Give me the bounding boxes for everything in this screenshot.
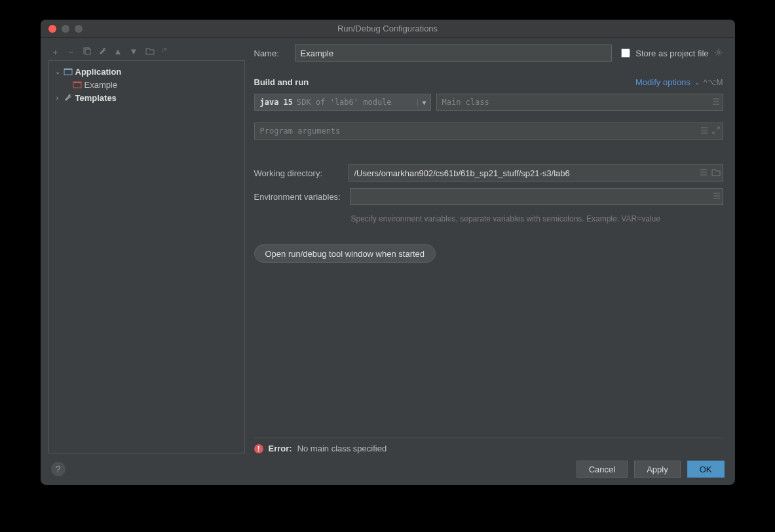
error-prefix: Error:	[269, 444, 292, 453]
modify-options-link[interactable]: Modify options ⌄ ^⌥M	[635, 77, 723, 87]
name-row: Name: Store as project file	[254, 45, 723, 62]
sidebar-toolbar: ＋ － ▲ ▼ ↓ª	[48, 45, 245, 60]
apply-button[interactable]: Apply	[634, 461, 681, 478]
svg-point-6	[717, 51, 720, 54]
chevron-down-icon[interactable]: ⌄	[54, 68, 61, 75]
window-title: Run/Debug Configurations	[41, 24, 735, 33]
wrench-icon	[64, 93, 73, 102]
section-title: Build and run	[254, 77, 309, 87]
build-run-header: Build and run Modify options ⌄ ^⌥M	[254, 77, 723, 87]
cancel-button[interactable]: Cancel	[577, 461, 628, 478]
store-checkbox[interactable]: Store as project file	[621, 48, 708, 58]
remove-icon[interactable]: －	[67, 47, 76, 56]
folder-icon[interactable]	[711, 168, 721, 178]
program-args-input[interactable]: Program arguments	[254, 123, 723, 140]
name-input[interactable]	[295, 45, 613, 62]
ok-button[interactable]: OK	[687, 461, 725, 478]
jdk-module: SDK of 'lab6' module	[297, 98, 392, 107]
main-panel: Name: Store as project file Build and ru…	[254, 45, 727, 453]
name-label: Name:	[254, 48, 286, 58]
folder-icon[interactable]	[145, 47, 155, 56]
application-icon	[64, 67, 73, 76]
chevron-down-icon: ⌄	[694, 79, 700, 86]
shortcut-hint: ^⌥M	[704, 78, 723, 87]
titlebar: Run/Debug Configurations	[41, 20, 735, 38]
store-wrapper: Store as project file	[621, 48, 723, 59]
sidebar: ＋ － ▲ ▼ ↓ª ⌄	[48, 45, 245, 453]
dropdown-icon[interactable]: ▼	[417, 99, 426, 106]
wrench-icon[interactable]	[98, 47, 107, 56]
dialog-body: ＋ － ▲ ▼ ↓ª ⌄	[41, 38, 735, 453]
dialog-window: Run/Debug Configurations ＋ － ▲ ▼ ↓ª	[41, 20, 735, 485]
copy-icon[interactable]	[83, 47, 92, 56]
run-config-icon	[73, 80, 82, 89]
tree-node-application[interactable]: ⌄ Application	[52, 65, 242, 78]
tree-node-example[interactable]: Example	[52, 78, 242, 91]
env-hint: Specify environment variables, separate …	[351, 214, 723, 223]
open-tool-window-pill[interactable]: Open run/debug tool window when started	[254, 244, 436, 263]
pill-label: Open run/debug tool window when started	[265, 249, 425, 259]
jdk-selector[interactable]: java 15 SDK of 'lab6' module ▼	[254, 94, 431, 111]
jdk-name: java 15	[260, 98, 293, 107]
move-up-icon[interactable]: ▲	[114, 47, 123, 56]
svg-rect-1	[85, 49, 90, 54]
move-down-icon[interactable]: ▼	[130, 47, 139, 56]
expand-icon[interactable]	[712, 126, 720, 136]
tree-label: Application	[75, 67, 161, 77]
chevron-right-icon[interactable]: ›	[54, 94, 61, 102]
tree-node-templates[interactable]: › Templates	[52, 91, 242, 104]
working-dir-input[interactable]	[349, 164, 723, 181]
store-label: Store as project file	[635, 48, 708, 58]
working-dir-row: Working directory:	[254, 164, 723, 181]
program-args-placeholder: Program arguments	[260, 126, 341, 136]
store-checkbox-input[interactable]	[621, 48, 630, 58]
main-class-input[interactable]: Main class	[436, 94, 723, 111]
config-tree[interactable]: ⌄ Application Example ›	[48, 60, 245, 453]
svg-rect-5	[73, 82, 81, 83]
gear-icon[interactable]	[714, 48, 723, 59]
env-row: Environment variables:	[254, 188, 723, 205]
env-input[interactable]	[350, 188, 723, 205]
sort-icon[interactable]: ↓ª	[161, 47, 170, 56]
help-button[interactable]: ?	[51, 462, 66, 476]
tree-label: Templates	[75, 93, 161, 103]
list-icon[interactable]	[700, 126, 708, 136]
main-class-placeholder: Main class	[442, 98, 489, 107]
svg-rect-3	[64, 69, 72, 70]
error-message: No main class specified	[297, 444, 387, 453]
modify-label: Modify options	[635, 77, 690, 87]
tree-label: Example	[85, 80, 170, 90]
add-icon[interactable]: ＋	[51, 47, 60, 56]
error-icon: !	[254, 444, 263, 453]
working-dir-label: Working directory:	[254, 168, 339, 178]
footer: ? Cancel Apply OK	[41, 453, 735, 485]
list-icon[interactable]	[712, 98, 720, 107]
list-icon[interactable]	[713, 192, 721, 202]
env-label: Environment variables:	[254, 192, 341, 202]
jdk-mainclass-row: java 15 SDK of 'lab6' module ▼ Main clas…	[254, 94, 723, 111]
list-icon[interactable]	[700, 168, 708, 178]
error-row: ! Error: No main class specified	[254, 438, 723, 453]
